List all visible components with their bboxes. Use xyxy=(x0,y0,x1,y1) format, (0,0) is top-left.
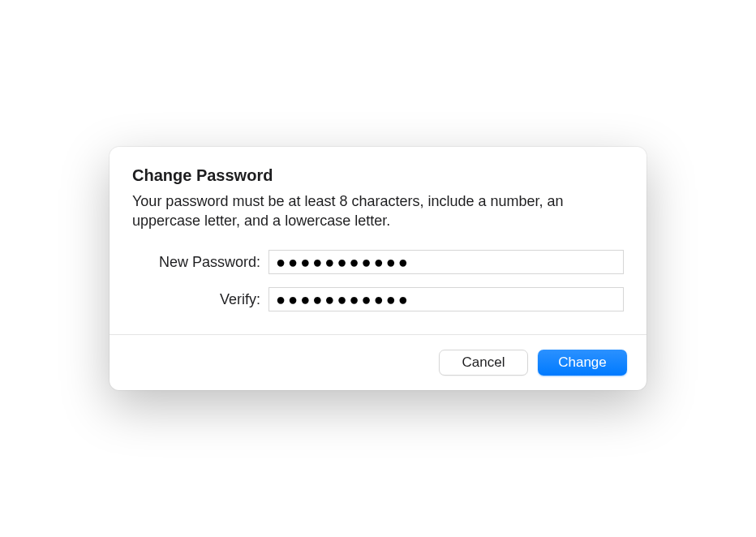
dialog-title: Change Password xyxy=(132,166,624,185)
verify-password-row: Verify: ●●●●●●●●●●● xyxy=(132,287,624,311)
dialog-content: Change Password Your password must be at… xyxy=(110,147,646,335)
new-password-field[interactable]: ●●●●●●●●●●● xyxy=(268,250,624,274)
verify-password-label: Verify: xyxy=(132,291,268,308)
change-password-dialog: Change Password Your password must be at… xyxy=(110,147,646,391)
change-button[interactable]: Change xyxy=(538,350,627,376)
dialog-footer: Cancel Change xyxy=(110,334,646,390)
verify-password-field[interactable]: ●●●●●●●●●●● xyxy=(268,287,624,311)
new-password-label: New Password: xyxy=(132,254,268,271)
dialog-description: Your password must be at least 8 charact… xyxy=(132,191,624,231)
new-password-row: New Password: ●●●●●●●●●●● xyxy=(132,250,624,274)
cancel-button[interactable]: Cancel xyxy=(439,350,528,376)
